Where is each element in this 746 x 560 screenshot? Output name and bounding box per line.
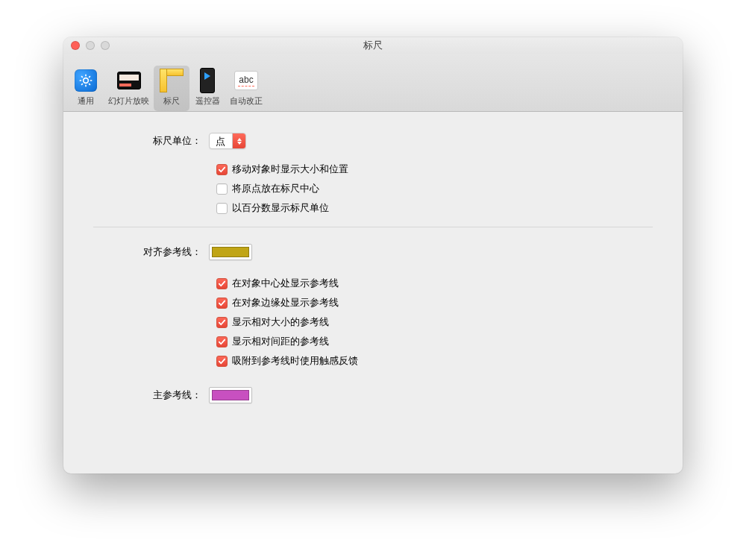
tab-slideshow[interactable]: 幻灯片放映 (104, 66, 154, 111)
checkbox-icon (216, 164, 228, 175)
gear-icon (74, 69, 98, 92)
window-title: 标尺 (63, 39, 683, 52)
preferences-window: 标尺 通用 幻灯片放映 标尺 (63, 37, 683, 474)
check-show-size-position[interactable]: 移动对象时显示大小和位置 (216, 163, 653, 176)
guides-checks-group: 在对象中心处显示参考线 在对象边缘处显示参考线 显示相对大小的参考线 显示相对间… (93, 277, 653, 368)
checkbox-icon (216, 203, 228, 214)
preferences-toolbar: 通用 幻灯片放映 标尺 遥控器 abc 自动改正 (63, 54, 683, 112)
check-percent-units[interactable]: 以百分数显示标尺单位 (216, 201, 653, 215)
check-label: 将原点放在标尺中心 (232, 182, 319, 195)
remote-icon (195, 69, 219, 92)
color-swatch (212, 247, 249, 257)
ruler-units-label: 标尺单位： (93, 134, 209, 148)
ruler-units-value: 点 (210, 133, 232, 148)
zoom-button[interactable] (101, 41, 110, 50)
tab-label: 幻灯片放映 (108, 95, 149, 107)
tab-autocorrect[interactable]: abc 自动改正 (225, 66, 267, 111)
window-controls (63, 41, 110, 50)
ruler-units-select[interactable]: 点 (209, 133, 246, 149)
content-pane: 标尺单位： 点 移动对象时显示大小和位置 (63, 112, 683, 439)
tab-label: 通用 (78, 95, 94, 107)
minimize-button[interactable] (86, 41, 95, 50)
tab-label: 遥控器 (195, 95, 220, 107)
check-origin-center[interactable]: 将原点放在标尺中心 (216, 182, 653, 195)
ruler-units-row: 标尺单位： 点 (93, 133, 653, 149)
check-label: 以百分数显示标尺单位 (232, 201, 329, 215)
ruler-icon (160, 69, 184, 92)
tab-remote[interactable]: 遥控器 (189, 66, 225, 111)
check-guides-relative-spacing[interactable]: 显示相对间距的参考线 (216, 335, 653, 348)
main-guides-label: 主参考线： (93, 388, 209, 402)
alignment-guides-label: 对齐参考线： (93, 245, 209, 259)
check-guides-center[interactable]: 在对象中心处显示参考线 (216, 277, 653, 290)
alignment-guides-color-well[interactable] (209, 244, 252, 260)
check-guides-edges[interactable]: 在对象边缘处显示参考线 (216, 296, 653, 309)
tab-label: 标尺 (163, 95, 180, 107)
svg-point-0 (84, 78, 89, 84)
autocorrect-icon: abc (234, 69, 258, 92)
close-button[interactable] (71, 41, 80, 50)
checkbox-icon (216, 356, 228, 367)
checkbox-icon (216, 317, 228, 328)
tab-general[interactable]: 通用 (68, 66, 104, 111)
check-label: 显示相对间距的参考线 (232, 335, 329, 348)
alignment-guides-row: 对齐参考线： (93, 244, 653, 260)
check-label: 在对象中心处显示参考线 (232, 277, 339, 290)
check-label: 在对象边缘处显示参考线 (232, 296, 339, 309)
checkbox-icon (216, 278, 228, 289)
units-checks-group: 移动对象时显示大小和位置 将原点放在标尺中心 以百分数显示标尺单位 (93, 163, 653, 215)
check-guides-relative-size[interactable]: 显示相对大小的参考线 (216, 315, 653, 329)
check-label: 吸附到参考线时使用触感反馈 (232, 354, 358, 368)
checkbox-icon (216, 183, 228, 195)
stepper-arrows-icon (232, 133, 245, 148)
tab-rulers[interactable]: 标尺 (154, 66, 189, 111)
titlebar: 标尺 (63, 37, 683, 54)
main-guides-color-well[interactable] (209, 387, 252, 403)
checkbox-icon (216, 298, 228, 309)
tab-label: 自动改正 (230, 95, 263, 107)
checkbox-icon (216, 336, 228, 347)
color-swatch (212, 390, 249, 400)
check-guides-haptic[interactable]: 吸附到参考线时使用触感反馈 (216, 354, 653, 368)
slideshow-icon (117, 69, 141, 92)
section-divider (93, 227, 653, 227)
check-label: 显示相对大小的参考线 (232, 315, 329, 329)
main-guides-row: 主参考线： (93, 387, 653, 403)
check-label: 移动对象时显示大小和位置 (232, 163, 348, 176)
